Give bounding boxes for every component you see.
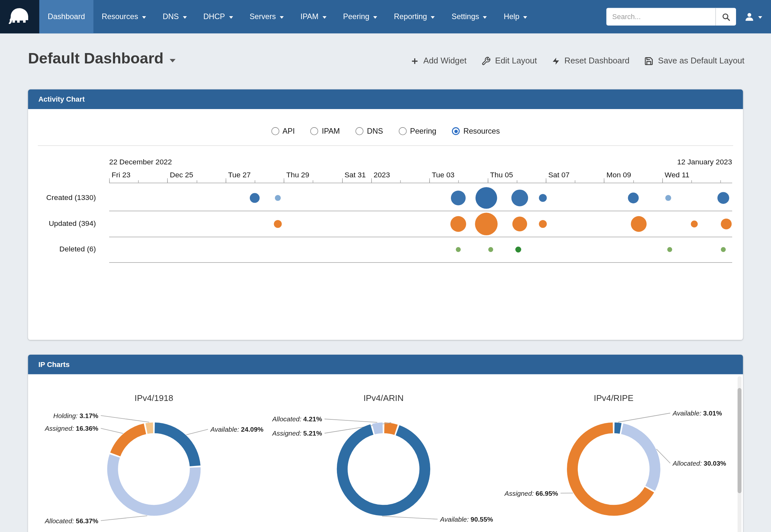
browser-viewport: DashboardResourcesDNSDHCPServersIPAMPeer…: [0, 0, 771, 532]
nav-item-dashboard[interactable]: Dashboard: [39, 0, 93, 33]
row-separator: [109, 262, 732, 263]
page-header: Default Dashboard Add Widget Edit Layout: [0, 33, 771, 67]
donut-chart-ipv4-1918: IPv4/1918Available: 24.09%Allocated: 56.…: [38, 377, 269, 532]
reset-dashboard-label: Reset Dashboard: [564, 56, 630, 66]
user-menu[interactable]: [744, 11, 762, 22]
donut-label-holding: Holding: 3.17%: [53, 412, 98, 419]
nav-item-resources[interactable]: Resources: [93, 0, 154, 33]
nav-item-dhcp[interactable]: DHCP: [195, 0, 241, 33]
axis-tick: [604, 178, 605, 183]
donut-segment-available: [155, 428, 196, 466]
scrollbar-thumb[interactable]: [738, 388, 742, 493]
filter-radio-api[interactable]: API: [271, 127, 295, 136]
chevron-down-icon: [280, 16, 284, 18]
filter-radio-dns[interactable]: DNS: [356, 127, 383, 136]
nav-right: [607, 0, 771, 33]
activity-bubble: [274, 220, 282, 228]
nav-item-ipam[interactable]: IPAM: [292, 0, 335, 33]
axis-tick-label: Thu 05: [490, 171, 513, 179]
chevron-down-icon: [483, 16, 487, 18]
donut-chart-ipv4-arin: IPv4/ARINAssigned: 5.21%Available: 90.55…: [268, 377, 499, 532]
add-widget-label: Add Widget: [423, 56, 466, 66]
dashboard-title-dropdown[interactable]: Default Dashboard: [28, 50, 175, 67]
nav-item-help[interactable]: Help: [495, 0, 535, 33]
row-label-updated: Updated (394): [28, 219, 96, 227]
axis-tick-label: 2023: [374, 171, 390, 179]
nav-item-settings[interactable]: Settings: [443, 0, 495, 33]
axis-tick: [109, 178, 110, 183]
radio-icon: [356, 127, 363, 135]
axis-tick-label: Dec 25: [170, 171, 193, 179]
search-icon: [721, 12, 731, 21]
reset-dashboard-button[interactable]: Reset Dashboard: [552, 56, 630, 66]
edit-layout-button[interactable]: Edit Layout: [481, 56, 537, 66]
nav-item-label: DNS: [162, 12, 179, 21]
donut-segment-allocated: [113, 456, 196, 510]
donut-svg: IPv4/RIPEAvailable: 3.01%Allocated: 30.0…: [498, 377, 729, 532]
activity-bubble: [691, 221, 698, 227]
app-logo[interactable]: [0, 0, 39, 33]
filter-radio-label: API: [283, 127, 295, 136]
nav-item-label: DHCP: [204, 12, 225, 21]
save-default-layout-button[interactable]: Save as Default Layout: [644, 56, 744, 66]
filter-radio-label: DNS: [367, 127, 383, 136]
filter-radio-resources[interactable]: Resources: [452, 127, 500, 136]
axis-tick-label: Sat 31: [344, 171, 366, 179]
donut-svg: IPv4/1918Available: 24.09%Allocated: 56.…: [38, 377, 269, 532]
activity-bubble: [451, 216, 466, 232]
ip-charts-panel-header: IP Charts: [28, 355, 743, 374]
activity-bubble: [451, 191, 466, 205]
activity-bubble: [475, 187, 497, 209]
nav-items: DashboardResourcesDNSDHCPServersIPAMPeer…: [39, 0, 535, 33]
scrollbar-track[interactable]: [738, 376, 742, 532]
ip-charts-title: IP Charts: [38, 360, 69, 368]
search-input[interactable]: [607, 8, 716, 26]
nav-item-label: Help: [504, 12, 519, 21]
axis-minor-tick: [633, 180, 634, 183]
axis-tick: [371, 178, 372, 183]
activity-filter-radios: APIIPAMDNSPeeringResources: [28, 109, 743, 136]
axis-tick-label: Tue 03: [432, 171, 454, 179]
nav-item-servers[interactable]: Servers: [241, 0, 292, 33]
activity-bubble: [665, 195, 671, 201]
activity-bubble: [512, 216, 527, 231]
search-button[interactable]: [715, 8, 736, 26]
nav-item-peering[interactable]: Peering: [335, 0, 386, 33]
chevron-down-icon: [431, 16, 435, 18]
activity-timeline-chart: 22 December 202212 January 2023Fri 23Dec…: [28, 148, 743, 276]
chevron-down-icon: [523, 16, 527, 18]
nav-item-label: IPAM: [300, 12, 319, 21]
activity-chart-panel: Activity Chart APIIPAMDNSPeeringResource…: [28, 89, 743, 340]
donut-title: IPv4/RIPE: [594, 393, 633, 403]
donut-segment-allocated: [622, 429, 655, 488]
axis-minor-tick: [138, 180, 139, 183]
divider: [38, 145, 733, 146]
edit-layout-label: Edit Layout: [495, 56, 537, 66]
donut-segment-allocated: [374, 428, 383, 429]
row-label-deleted: Deleted (6): [28, 245, 96, 253]
activity-bubble: [488, 247, 493, 252]
user-icon: [744, 11, 755, 22]
axis-tick: [284, 178, 285, 183]
nav-item-reporting[interactable]: Reporting: [386, 0, 443, 33]
nav-item-dns[interactable]: DNS: [154, 0, 195, 33]
donut-leader-line: [325, 419, 377, 422]
donut-leader-line: [101, 428, 123, 434]
filter-radio-label: Peering: [410, 127, 436, 136]
axis-tick: [546, 178, 546, 183]
donut-segment-holding: [146, 428, 153, 428]
save-icon: [644, 56, 654, 66]
axis-tick: [487, 178, 488, 183]
axis-tick: [167, 178, 168, 183]
filter-radio-peering[interactable]: Peering: [399, 127, 436, 136]
chevron-down-icon: [142, 16, 146, 18]
add-widget-button[interactable]: Add Widget: [410, 56, 466, 66]
axis-context-end: 12 January 2023: [109, 158, 732, 166]
donut-svg: IPv4/ARINAssigned: 5.21%Available: 90.55…: [268, 377, 499, 532]
filter-radio-ipam[interactable]: IPAM: [311, 127, 340, 136]
donut-label-assigned: Assigned: 5.21%: [272, 429, 322, 437]
chevron-down-icon: [183, 16, 186, 18]
donut-label-available: Available: 3.01%: [672, 409, 722, 417]
search-group: [607, 8, 736, 26]
axis-tick-label: Fri 23: [112, 171, 130, 179]
